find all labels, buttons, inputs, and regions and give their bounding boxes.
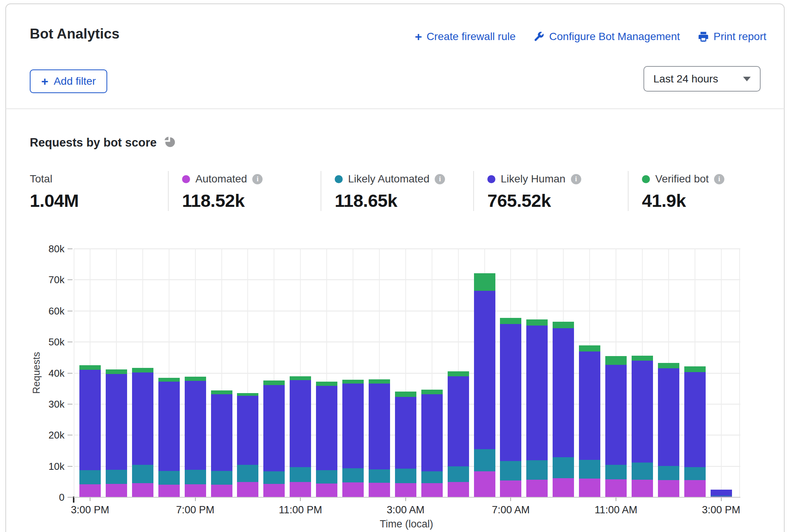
gridline-y — [74, 279, 740, 280]
add-filter-label: Add filter — [54, 75, 96, 87]
info-icon[interactable]: i — [714, 174, 724, 184]
stat-likely-automated-label: Likely Automated — [348, 173, 429, 185]
y-tick-mark — [68, 248, 73, 249]
gridline-y — [74, 497, 740, 498]
bar-segment-likely-human — [106, 374, 127, 470]
time-range-select[interactable]: Last 24 hours — [643, 66, 761, 92]
bar-300pm — [711, 490, 732, 497]
bar-segment-likely-human — [448, 376, 469, 467]
likely-human-legend-dot — [487, 175, 495, 183]
bar-segment-likely-automated — [553, 457, 574, 478]
bar-segment-automated — [79, 484, 101, 497]
bar-segment-likely-human — [263, 385, 285, 471]
bar-segment-automated — [211, 485, 232, 497]
print-report-link[interactable]: Print report — [698, 31, 767, 43]
gridline-y — [74, 248, 740, 249]
bar-segment-likely-human — [684, 372, 706, 467]
gridline-y — [74, 342, 740, 342]
bar-segment-likely-human — [421, 394, 443, 472]
bar-segment-likely-human — [290, 380, 311, 467]
bar-segment-likely-automated — [263, 471, 285, 484]
pie-chart-icon — [163, 136, 176, 150]
stat-likely-automated[interactable]: Likely Automated i 118.65k — [321, 171, 473, 211]
bar-400am — [421, 390, 443, 497]
bar-100pm — [658, 363, 679, 497]
bar-400pm — [106, 369, 127, 497]
bar-segment-likely-automated — [448, 466, 469, 482]
y-tick-label: 40k — [48, 367, 64, 379]
bar-segment-automated — [316, 484, 337, 497]
info-icon[interactable]: i — [252, 174, 263, 184]
y-tick-mark — [68, 466, 73, 467]
x-tick-mark — [616, 497, 616, 501]
bar-segment-likely-human — [158, 382, 180, 471]
bar-segment-verified-bot — [500, 318, 521, 324]
header-actions: + Create firewall rule Configure Bot Man… — [415, 31, 766, 43]
x-tick-label: 7:00 PM — [176, 504, 214, 516]
stat-likely-automated-value: 118.65k — [335, 190, 473, 211]
bar-segment-verified-bot — [106, 369, 127, 374]
bar-segment-likely-human — [605, 365, 627, 465]
bar-800pm — [211, 390, 232, 497]
bar-segment-likely-human — [474, 291, 495, 449]
bar-segment-verified-bot — [185, 377, 206, 381]
stat-automated[interactable]: Automated i 118.52k — [168, 171, 321, 211]
bar-segment-likely-automated — [185, 470, 206, 484]
bar-segment-likely-automated — [290, 467, 311, 482]
info-icon[interactable]: i — [571, 174, 581, 184]
bar-900am — [553, 322, 574, 497]
configure-bot-management-link[interactable]: Configure Bot Management — [533, 31, 680, 43]
stats-row: Total 1.04M Automated i 118.52k Likely A… — [30, 171, 766, 211]
bar-1000pm — [263, 380, 285, 497]
bar-1200am — [316, 382, 337, 498]
stat-verified-bot[interactable]: Verified bot i 41.9k — [628, 171, 766, 211]
add-filter-button[interactable]: + Add filter — [30, 69, 107, 93]
create-firewall-rule-link[interactable]: + Create firewall rule — [415, 31, 516, 43]
bar-segment-automated — [395, 483, 416, 497]
y-tick-label: 50k — [48, 336, 64, 348]
y-tick-mark — [68, 373, 73, 374]
bar-segment-likely-automated — [211, 471, 232, 485]
gridline-x-edge — [74, 249, 74, 497]
y-tick-mark — [68, 279, 73, 280]
x-tick-label: 3:00 PM — [702, 504, 740, 516]
section-title-row: Requests by bot score — [30, 136, 176, 150]
bar-segment-likely-human — [632, 361, 653, 463]
bar-segment-likely-automated — [158, 471, 180, 485]
gridline-x-edge — [739, 249, 740, 497]
page-title: Bot Analytics — [30, 26, 119, 42]
stat-verified-bot-value: 41.9k — [642, 190, 766, 211]
y-tick-mark — [68, 497, 73, 498]
x-tick-mark — [405, 497, 406, 501]
bar-segment-verified-bot — [448, 371, 469, 376]
bar-segment-likely-automated — [106, 470, 127, 484]
stat-total: Total 1.04M — [30, 171, 168, 211]
bar-segment-automated — [106, 484, 127, 497]
bar-600am — [474, 273, 495, 497]
x-tick-mark — [195, 497, 196, 501]
bar-segment-likely-automated — [395, 469, 416, 483]
y-tick-label: 10k — [48, 460, 64, 472]
x-tick-label: 11:00 PM — [279, 504, 322, 516]
gridline-y — [74, 311, 740, 311]
info-icon[interactable]: i — [435, 174, 445, 184]
bar-segment-likely-automated — [684, 467, 706, 480]
bar-segment-automated — [263, 484, 285, 497]
bar-segment-likely-human — [316, 386, 337, 470]
stat-likely-human-value: 765.52k — [487, 190, 628, 211]
stat-likely-human[interactable]: Likely Human i 765.52k — [473, 171, 628, 211]
bar-segment-likely-human — [342, 384, 364, 468]
bar-segment-verified-bot — [553, 322, 574, 328]
bar-segment-verified-bot — [79, 365, 101, 369]
bar-segment-verified-bot — [658, 363, 679, 369]
plus-icon: + — [41, 75, 48, 87]
y-tick-mark — [68, 311, 73, 311]
x-tick-label: 3:00 PM — [71, 504, 110, 516]
bar-200am — [369, 379, 390, 497]
bar-segment-likely-automated — [79, 470, 101, 484]
bar-segment-verified-bot — [395, 392, 416, 397]
wrench-icon — [533, 31, 545, 42]
stat-verified-bot-label: Verified bot — [655, 173, 709, 185]
header-divider — [6, 108, 784, 109]
bar-700am — [500, 318, 521, 497]
